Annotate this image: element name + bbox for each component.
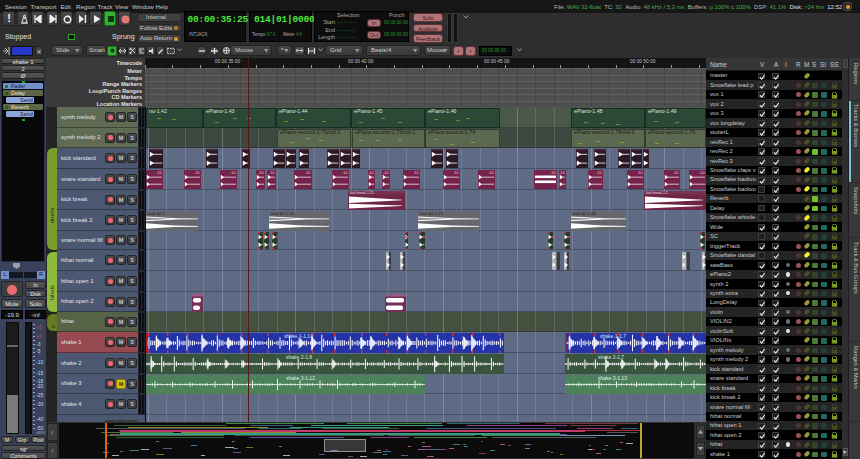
svg-text:-10: -10 — [258, 171, 264, 175]
svg-text:-10: -10 — [488, 171, 494, 175]
svg-text:-10: -10 — [342, 171, 348, 175]
svg-text:-10: -10 — [230, 171, 236, 175]
svg-text:-10: -10 — [637, 171, 643, 175]
svg-text:-10: -10 — [673, 171, 679, 175]
svg-text:!: ! — [7, 13, 11, 24]
svg-text:-10: -10 — [269, 171, 275, 175]
svg-text:-10: -10 — [383, 171, 389, 175]
svg-text:-10: -10 — [413, 171, 419, 175]
svg-text:-10: -10 — [699, 171, 705, 175]
svg-text:kick break-1.2: kick break-1.2 — [646, 191, 668, 195]
svg-text:kick break-1.25: kick break-1.25 — [350, 191, 374, 195]
svg-text:-10: -10 — [559, 171, 565, 175]
svg-text:-10: -10 — [194, 171, 200, 175]
svg-text:kick b2-1.26: kick b2-1.26 — [271, 211, 294, 216]
svg-text:-10: -10 — [305, 171, 311, 175]
svg-text:kick b2-1: kick b2-1 — [148, 211, 165, 216]
svg-text:-10: -10 — [368, 171, 374, 175]
svg-text:kick b2-1.27: kick b2-1.27 — [420, 211, 443, 216]
svg-text:-10: -10 — [453, 171, 459, 175]
svg-text:-10: -10 — [156, 171, 162, 175]
svg-text:-10: -10 — [596, 171, 602, 175]
svg-text:kick b2-1.28: kick b2-1.28 — [573, 211, 596, 216]
svg-text:-10: -10 — [550, 171, 556, 175]
